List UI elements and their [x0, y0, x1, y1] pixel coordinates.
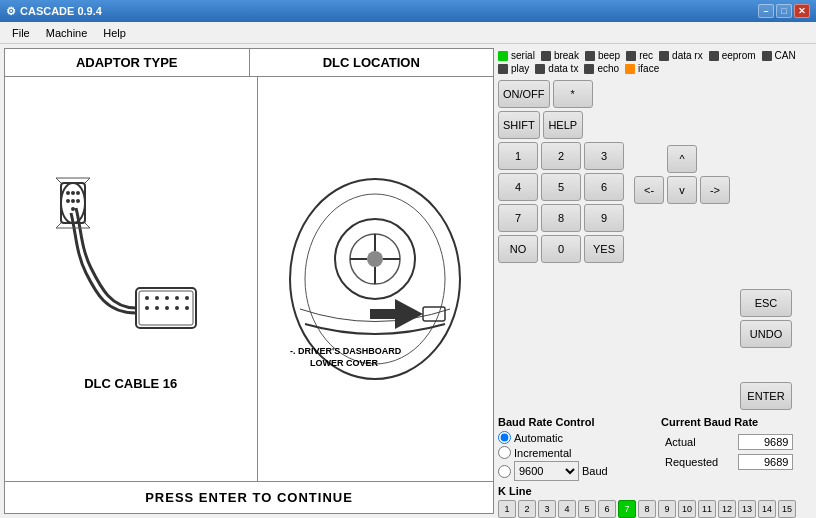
led-datarx-label: data rx: [672, 50, 703, 61]
adaptor-image: DLC CABLE 16: [5, 77, 258, 481]
baud-table: Actual 9689 Requested 9689: [661, 431, 812, 473]
kline-buttons: 123456789101112131415: [498, 500, 812, 518]
svg-text:LOWER COVER: LOWER COVER: [310, 358, 379, 368]
svg-point-8: [155, 306, 159, 310]
press-enter-bar: PRESS ENTER TO CONTINUE: [5, 482, 493, 513]
enter-btn[interactable]: ENTER: [740, 382, 792, 410]
key-2[interactable]: 2: [541, 142, 581, 170]
led-echo: echo: [584, 63, 619, 74]
kline-title: K Line: [498, 485, 812, 497]
led-serial-light: [498, 51, 508, 61]
nav-down[interactable]: v: [667, 176, 697, 204]
menu-file[interactable]: File: [4, 25, 38, 41]
svg-line-25: [85, 223, 90, 228]
key-5[interactable]: 5: [541, 173, 581, 201]
keypad-num-row3: 7 8 9: [498, 204, 624, 232]
main-content: ADAPTOR TYPE DLC LOCATION: [0, 44, 816, 518]
minimize-btn[interactable]: –: [758, 4, 774, 18]
svg-point-16: [76, 191, 80, 195]
esc-btn[interactable]: ESC: [740, 289, 792, 317]
baud-inc-input[interactable]: [498, 446, 511, 459]
kline-btn-12[interactable]: 12: [718, 500, 736, 518]
led-serial-label: serial: [511, 50, 535, 61]
titlebar-controls[interactable]: – □ ✕: [758, 4, 810, 18]
keypad-area: ON/OFF * SHIFT HELP 1 2 3 4 5 6: [498, 80, 812, 412]
dlc-image: -. DRIVER'S DASHBOARD LOWER COVER: [258, 77, 494, 481]
led-echo-light: [584, 64, 594, 74]
kline-btn-4[interactable]: 4: [558, 500, 576, 518]
baud-inc-radio[interactable]: Incremental: [498, 446, 649, 459]
undo-btn[interactable]: UNDO: [740, 320, 792, 348]
kline-btn-14[interactable]: 14: [758, 500, 776, 518]
shift-btn[interactable]: SHIFT: [498, 111, 540, 139]
led-eeprom: eeprom: [709, 50, 756, 61]
help-btn[interactable]: HELP: [543, 111, 583, 139]
baud-auto-radio[interactable]: Automatic: [498, 431, 649, 444]
kline-btn-1[interactable]: 1: [498, 500, 516, 518]
svg-point-9: [165, 306, 169, 310]
right-panel: serial break beep rec data rx eeprom: [498, 44, 816, 518]
kline-btn-11[interactable]: 11: [698, 500, 716, 518]
current-baud-title: Current Baud Rate: [661, 416, 812, 428]
maximize-btn[interactable]: □: [776, 4, 792, 18]
left-panel: ADAPTOR TYPE DLC LOCATION: [4, 48, 494, 514]
titlebar: ⚙ CASCADE 0.9.4 – □ ✕: [0, 0, 816, 22]
kline-btn-3[interactable]: 3: [538, 500, 556, 518]
kline-btn-10[interactable]: 10: [678, 500, 696, 518]
key-3[interactable]: 3: [584, 142, 624, 170]
cable-label: DLC CABLE 16: [84, 376, 177, 391]
key-6[interactable]: 6: [584, 173, 624, 201]
led-can-label: CAN: [775, 50, 796, 61]
nav-up[interactable]: ^: [667, 145, 697, 173]
svg-point-20: [71, 207, 75, 211]
menu-help[interactable]: Help: [95, 25, 134, 41]
onoff-btn[interactable]: ON/OFF: [498, 80, 550, 108]
nav-right[interactable]: ->: [700, 176, 730, 204]
kline-btn-15[interactable]: 15: [778, 500, 796, 518]
keypad-row2: SHIFT HELP: [498, 111, 624, 139]
kline-btn-13[interactable]: 13: [738, 500, 756, 518]
close-btn[interactable]: ✕: [794, 4, 810, 18]
baud-inc-label: Incremental: [514, 447, 571, 459]
key-1[interactable]: 1: [498, 142, 538, 170]
svg-rect-37: [370, 309, 395, 319]
baud-auto-input[interactable]: [498, 431, 511, 444]
kline-btn-9[interactable]: 9: [658, 500, 676, 518]
baud-manual-input[interactable]: [498, 465, 511, 478]
svg-point-4: [165, 296, 169, 300]
nav-left[interactable]: <-: [634, 176, 664, 204]
star-btn[interactable]: *: [553, 80, 593, 108]
led-eeprom-label: eeprom: [722, 50, 756, 61]
led-play: play: [498, 63, 529, 74]
menubar: File Machine Help: [0, 22, 816, 44]
key-4[interactable]: 4: [498, 173, 538, 201]
led-beep-label: beep: [598, 50, 620, 61]
key-0[interactable]: 0: [541, 235, 581, 263]
led-can-light: [762, 51, 772, 61]
image-headers: ADAPTOR TYPE DLC LOCATION: [5, 49, 493, 77]
right-col-btns: ESC UNDO ENTER: [740, 80, 792, 412]
current-baud: Current Baud Rate Actual 9689 Requested …: [661, 416, 812, 481]
key-8[interactable]: 8: [541, 204, 581, 232]
keypad-row1: ON/OFF *: [498, 80, 624, 108]
baud-section: Baud Rate Control Automatic Incremental …: [498, 416, 812, 481]
keypad-num-row4: NO 0 YES: [498, 235, 624, 263]
menu-machine[interactable]: Machine: [38, 25, 96, 41]
led-break: break: [541, 50, 579, 61]
kline-btn-6[interactable]: 6: [598, 500, 616, 518]
key-yes[interactable]: YES: [584, 235, 624, 263]
svg-point-31: [367, 251, 383, 267]
baud-auto-label: Automatic: [514, 432, 563, 444]
kline-btn-7[interactable]: 7: [618, 500, 636, 518]
kline-btn-8[interactable]: 8: [638, 500, 656, 518]
dlc-header: DLC LOCATION: [250, 49, 494, 76]
key-no[interactable]: NO: [498, 235, 538, 263]
svg-line-22: [85, 178, 90, 183]
key-9[interactable]: 9: [584, 204, 624, 232]
led-rec: rec: [626, 50, 653, 61]
kline-btn-5[interactable]: 5: [578, 500, 596, 518]
baud-select[interactable]: 9600 4800 19200: [514, 461, 579, 481]
kline-btn-2[interactable]: 2: [518, 500, 536, 518]
led-datatx: data tx: [535, 63, 578, 74]
key-7[interactable]: 7: [498, 204, 538, 232]
